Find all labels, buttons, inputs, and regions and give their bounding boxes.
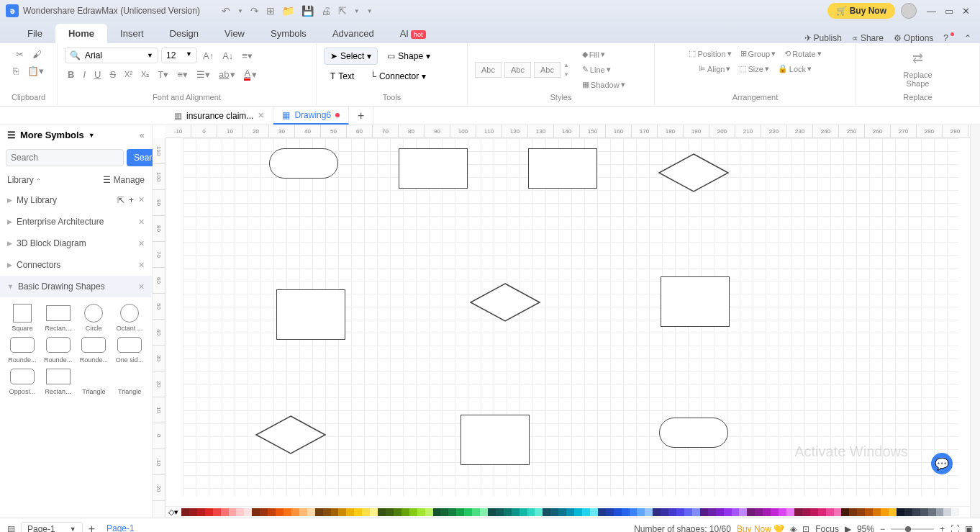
color-swatch[interactable]: [236, 508, 244, 516]
symbol-search-input[interactable]: [6, 149, 124, 166]
color-swatch[interactable]: [229, 508, 237, 516]
color-swatch[interactable]: [558, 508, 566, 516]
numbering-button[interactable]: ☰▾: [194, 68, 213, 81]
color-swatch[interactable]: [865, 508, 873, 516]
color-swatch[interactable]: [622, 508, 630, 516]
manage-button[interactable]: ☰ Manage: [103, 175, 145, 185]
chat-bubble-button[interactable]: 💬: [931, 453, 953, 474]
color-swatch[interactable]: [920, 508, 928, 516]
color-swatch[interactable]: [394, 508, 401, 516]
shape-item[interactable]: Rounde...: [78, 335, 111, 364]
buy-now-button[interactable]: 🛒 Buy Now: [827, 3, 895, 19]
color-swatch[interactable]: [244, 508, 252, 516]
color-swatch[interactable]: [543, 508, 550, 516]
color-swatch[interactable]: [566, 508, 574, 516]
collapse-sidebar-button[interactable]: «: [140, 130, 145, 140]
color-swatch[interactable]: [331, 508, 339, 516]
color-swatch[interactable]: [574, 508, 582, 516]
color-swatch[interactable]: [456, 508, 464, 516]
color-swatch[interactable]: [834, 508, 842, 516]
color-swatch[interactable]: [338, 508, 346, 516]
font-color-button[interactable]: A▾: [241, 66, 260, 82]
color-swatch[interactable]: [936, 508, 944, 516]
color-swatch[interactable]: [527, 508, 535, 516]
right-panel-collapsed[interactable]: [970, 125, 980, 518]
group-button[interactable]: ⊞ Group▾: [738, 48, 779, 60]
color-swatch[interactable]: [370, 508, 378, 516]
color-swatch[interactable]: [520, 508, 527, 516]
select-tool-button[interactable]: ➤Select▾: [324, 48, 378, 65]
redo-icon[interactable]: ↷: [250, 5, 259, 17]
color-swatch[interactable]: [488, 508, 496, 516]
color-swatch[interactable]: [181, 508, 189, 516]
color-swatch[interactable]: [928, 508, 936, 516]
color-swatch[interactable]: [291, 508, 299, 516]
style-down[interactable]: ▼: [563, 71, 569, 78]
color-swatch[interactable]: [779, 508, 786, 516]
category-3d-block[interactable]: ▶3D Block Diagram✕: [0, 233, 152, 254]
color-swatch[interactable]: [630, 508, 638, 516]
color-swatch[interactable]: [472, 508, 480, 516]
color-swatch[interactable]: [268, 508, 276, 516]
qat-more[interactable]: ▼: [367, 8, 373, 14]
color-swatch[interactable]: [700, 508, 708, 516]
zoom-out-button[interactable]: −: [880, 524, 885, 533]
options-button[interactable]: ⚙Options: [894, 33, 933, 43]
color-swatch[interactable]: [716, 508, 724, 516]
new-icon[interactable]: ⊞: [266, 5, 275, 17]
decrease-font-button[interactable]: A↓: [219, 49, 236, 63]
help-button[interactable]: ?: [943, 33, 954, 43]
canvas-shape-rect-5[interactable]: [460, 415, 530, 465]
shape-item[interactable]: Octant ...: [113, 303, 146, 332]
open-icon[interactable]: 📁: [282, 5, 294, 17]
color-swatch[interactable]: [668, 508, 676, 516]
fullscreen-button[interactable]: ▣: [965, 524, 973, 533]
tab-advanced[interactable]: Advanced: [319, 24, 387, 43]
close-button[interactable]: ✕: [962, 6, 970, 17]
style-up[interactable]: ▲: [563, 62, 569, 68]
color-swatch[interactable]: [213, 508, 221, 516]
text-tool-button[interactable]: TText: [324, 68, 360, 85]
canvas-shape-rect-4[interactable]: [661, 276, 730, 327]
color-swatch[interactable]: [425, 508, 433, 516]
tab-view[interactable]: View: [212, 24, 258, 43]
document-tab-2[interactable]: ▦ Drawing6: [273, 107, 349, 125]
color-swatch[interactable]: [346, 508, 354, 516]
color-swatch[interactable]: [849, 508, 857, 516]
color-swatch[interactable]: [802, 508, 810, 516]
color-swatch[interactable]: [676, 508, 684, 516]
canvas-shape-diamond-2[interactable]: [469, 282, 541, 323]
document-tab-1[interactable]: ▦ insurance claim... ✕: [165, 107, 273, 125]
canvas-shape-rect-2[interactable]: [528, 148, 597, 189]
collapse-ribbon-button[interactable]: ⌃: [964, 33, 971, 43]
superscript-button[interactable]: X²: [122, 68, 135, 80]
save-icon[interactable]: 💾: [301, 5, 314, 17]
tab-design[interactable]: Design: [157, 24, 212, 43]
color-swatch[interactable]: [943, 508, 951, 516]
color-swatch[interactable]: [535, 508, 543, 516]
color-swatch[interactable]: [283, 508, 291, 516]
color-swatch[interactable]: [354, 508, 362, 516]
lock-button[interactable]: 🔒 Lock▾: [775, 63, 815, 75]
close-tab-1[interactable]: ✕: [258, 111, 264, 120]
close-cat-icon[interactable]: ✕: [138, 239, 145, 248]
line-button[interactable]: ✎ Line▾: [579, 63, 628, 76]
category-my-library[interactable]: ▶My Library⇱+✕: [0, 189, 152, 211]
print-icon[interactable]: 🖨: [321, 5, 331, 17]
layers-icon[interactable]: ◈: [790, 524, 797, 533]
color-swatch[interactable]: [692, 508, 700, 516]
shape-item[interactable]: Rounde...: [6, 335, 39, 364]
color-swatch[interactable]: [873, 508, 881, 516]
zoom-in-button[interactable]: +: [940, 524, 945, 533]
size-button[interactable]: ⬚ Size▾: [736, 63, 771, 75]
color-swatch[interactable]: [307, 508, 315, 516]
share-button[interactable]: ∝Share: [852, 33, 884, 43]
color-swatch[interactable]: [661, 508, 668, 516]
add-lib-icon[interactable]: +: [129, 195, 134, 205]
color-swatch[interactable]: [857, 508, 865, 516]
canvas-shape-diamond-3[interactable]: [255, 415, 327, 455]
color-swatch[interactable]: [590, 508, 598, 516]
color-swatch[interactable]: [959, 508, 967, 516]
drawing-canvas[interactable]: Activate Windows: [183, 138, 958, 496]
color-swatch[interactable]: [951, 508, 959, 516]
